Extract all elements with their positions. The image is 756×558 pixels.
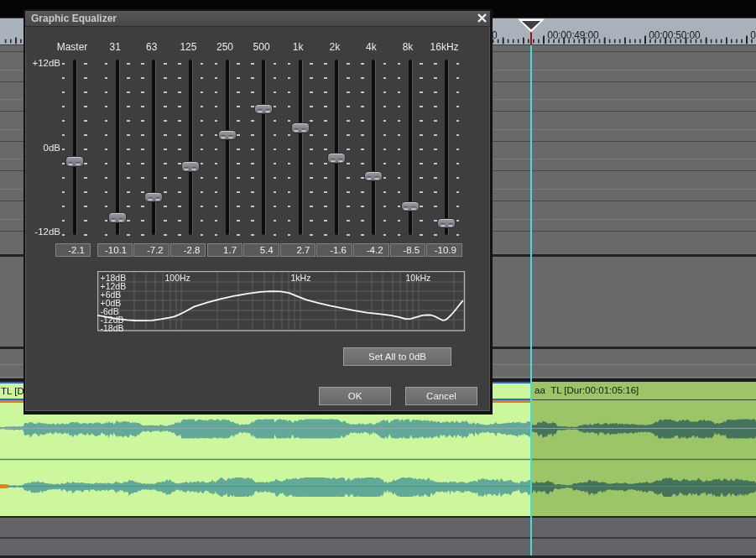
svg-text:-18dB: -18dB — [100, 323, 123, 332]
svg-text:10kHz: 10kHz — [405, 273, 430, 283]
svg-text:100Hz: 100Hz — [164, 273, 190, 283]
svg-text:1kHz: 1kHz — [290, 273, 310, 283]
